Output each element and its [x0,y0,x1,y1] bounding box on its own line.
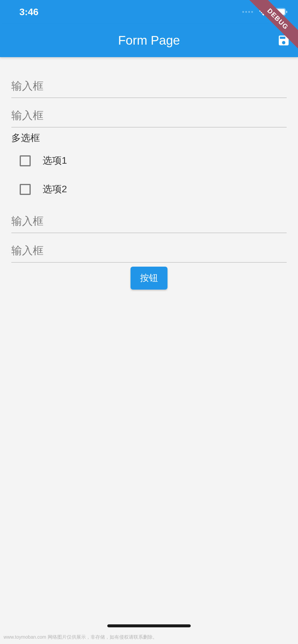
checkbox-icon [20,155,31,166]
input-field-4[interactable] [11,233,287,262]
cell-signal-icon [242,11,253,13]
app-bar: Form Page [0,24,298,57]
checkbox-group: 多选框 选项1 选项2 [11,127,287,204]
checkbox-group-label: 多选框 [11,132,287,145]
battery-icon [272,8,288,16]
input-field-1[interactable] [11,68,287,98]
checkbox-option-2[interactable]: 选项2 [11,175,287,204]
status-time: 3:46 [19,7,38,18]
checkbox-option-2-label: 选项2 [43,183,67,196]
wifi-icon [258,8,268,16]
checkbox-option-1-label: 选项1 [43,154,67,167]
svg-rect-2 [286,11,287,13]
home-indicator[interactable] [107,624,191,627]
form-content: 多选框 选项1 选项2 按钮 [0,57,298,290]
status-bar: 3:46 [0,0,298,24]
input-field-3[interactable] [11,204,287,233]
page-title: Form Page [118,33,180,48]
checkbox-option-1[interactable]: 选项1 [11,146,287,175]
save-icon [277,34,290,47]
checkbox-icon [20,184,31,195]
save-button[interactable] [277,33,291,48]
submit-row: 按钮 [11,262,287,290]
footer-disclaimer: www.toymoban.com 网络图片仅供展示，非存储，如有侵权请联系删除。 [4,634,157,640]
status-indicators [242,8,288,16]
svg-rect-1 [273,9,285,15]
input-field-2[interactable] [11,98,287,127]
submit-button[interactable]: 按钮 [131,267,167,290]
